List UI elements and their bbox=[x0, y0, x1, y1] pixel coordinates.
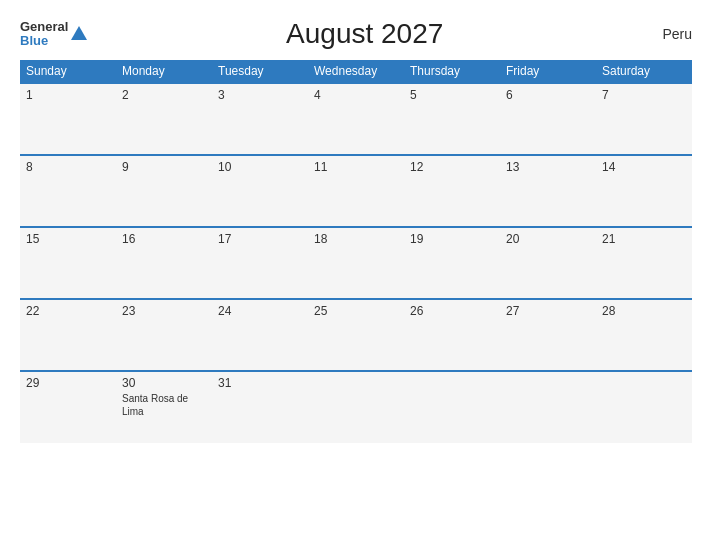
col-friday: Friday bbox=[500, 60, 596, 83]
day-number: 6 bbox=[506, 88, 590, 102]
calendar-cell: 2 bbox=[116, 83, 212, 155]
day-number: 26 bbox=[410, 304, 494, 318]
col-thursday: Thursday bbox=[404, 60, 500, 83]
logo: General Blue bbox=[20, 20, 87, 49]
calendar-cell: 6 bbox=[500, 83, 596, 155]
calendar-cell: 8 bbox=[20, 155, 116, 227]
calendar-cell bbox=[500, 371, 596, 443]
day-number: 18 bbox=[314, 232, 398, 246]
day-number: 2 bbox=[122, 88, 206, 102]
calendar-cell: 23 bbox=[116, 299, 212, 371]
calendar-header: Sunday Monday Tuesday Wednesday Thursday… bbox=[20, 60, 692, 83]
day-number: 19 bbox=[410, 232, 494, 246]
calendar-cell bbox=[596, 371, 692, 443]
logo-blue-text: Blue bbox=[20, 34, 68, 48]
day-number: 21 bbox=[602, 232, 686, 246]
calendar-cell: 9 bbox=[116, 155, 212, 227]
day-number: 9 bbox=[122, 160, 206, 174]
calendar-cell: 10 bbox=[212, 155, 308, 227]
calendar-week-row: 22232425262728 bbox=[20, 299, 692, 371]
calendar-cell: 27 bbox=[500, 299, 596, 371]
calendar-cell: 4 bbox=[308, 83, 404, 155]
day-number: 5 bbox=[410, 88, 494, 102]
day-number: 4 bbox=[314, 88, 398, 102]
calendar-cell: 20 bbox=[500, 227, 596, 299]
day-number: 25 bbox=[314, 304, 398, 318]
calendar-cell: 1 bbox=[20, 83, 116, 155]
calendar-cell: 16 bbox=[116, 227, 212, 299]
calendar-week-row: 2930Santa Rosa de Lima31 bbox=[20, 371, 692, 443]
calendar-cell: 3 bbox=[212, 83, 308, 155]
col-sunday: Sunday bbox=[20, 60, 116, 83]
calendar-body: 1234567891011121314151617181920212223242… bbox=[20, 83, 692, 443]
day-number: 7 bbox=[602, 88, 686, 102]
day-number: 22 bbox=[26, 304, 110, 318]
holiday-label: Santa Rosa de Lima bbox=[122, 392, 206, 418]
calendar-page: General Blue August 2027 Peru Sunday Mon… bbox=[0, 0, 712, 550]
day-number: 1 bbox=[26, 88, 110, 102]
calendar-cell: 28 bbox=[596, 299, 692, 371]
day-number: 12 bbox=[410, 160, 494, 174]
col-monday: Monday bbox=[116, 60, 212, 83]
day-number: 23 bbox=[122, 304, 206, 318]
logo-triangle-icon bbox=[71, 26, 87, 40]
weekday-header-row: Sunday Monday Tuesday Wednesday Thursday… bbox=[20, 60, 692, 83]
day-number: 31 bbox=[218, 376, 302, 390]
calendar-cell: 14 bbox=[596, 155, 692, 227]
calendar-cell: 24 bbox=[212, 299, 308, 371]
country-label: Peru bbox=[642, 26, 692, 42]
calendar-cell: 17 bbox=[212, 227, 308, 299]
calendar-cell: 5 bbox=[404, 83, 500, 155]
day-number: 27 bbox=[506, 304, 590, 318]
day-number: 29 bbox=[26, 376, 110, 390]
day-number: 24 bbox=[218, 304, 302, 318]
day-number: 20 bbox=[506, 232, 590, 246]
day-number: 8 bbox=[26, 160, 110, 174]
calendar-cell: 19 bbox=[404, 227, 500, 299]
calendar-title: August 2027 bbox=[87, 18, 642, 50]
day-number: 16 bbox=[122, 232, 206, 246]
day-number: 14 bbox=[602, 160, 686, 174]
calendar-cell: 12 bbox=[404, 155, 500, 227]
day-number: 11 bbox=[314, 160, 398, 174]
calendar-cell: 11 bbox=[308, 155, 404, 227]
calendar-cell bbox=[308, 371, 404, 443]
calendar-cell: 13 bbox=[500, 155, 596, 227]
day-number: 15 bbox=[26, 232, 110, 246]
day-number: 17 bbox=[218, 232, 302, 246]
calendar-week-row: 891011121314 bbox=[20, 155, 692, 227]
calendar-cell: 29 bbox=[20, 371, 116, 443]
day-number: 3 bbox=[218, 88, 302, 102]
calendar-table: Sunday Monday Tuesday Wednesday Thursday… bbox=[20, 60, 692, 443]
col-saturday: Saturday bbox=[596, 60, 692, 83]
day-number: 13 bbox=[506, 160, 590, 174]
col-wednesday: Wednesday bbox=[308, 60, 404, 83]
calendar-cell: 26 bbox=[404, 299, 500, 371]
calendar-cell: 15 bbox=[20, 227, 116, 299]
calendar-cell: 31 bbox=[212, 371, 308, 443]
calendar-cell: 22 bbox=[20, 299, 116, 371]
calendar-cell: 7 bbox=[596, 83, 692, 155]
day-number: 30 bbox=[122, 376, 206, 390]
calendar-cell: 30Santa Rosa de Lima bbox=[116, 371, 212, 443]
logo-general-text: General bbox=[20, 20, 68, 34]
day-number: 28 bbox=[602, 304, 686, 318]
logo-text: General Blue bbox=[20, 20, 68, 49]
calendar-week-row: 15161718192021 bbox=[20, 227, 692, 299]
calendar-cell bbox=[404, 371, 500, 443]
calendar-week-row: 1234567 bbox=[20, 83, 692, 155]
calendar-cell: 25 bbox=[308, 299, 404, 371]
col-tuesday: Tuesday bbox=[212, 60, 308, 83]
calendar-cell: 18 bbox=[308, 227, 404, 299]
calendar-cell: 21 bbox=[596, 227, 692, 299]
header: General Blue August 2027 Peru bbox=[20, 18, 692, 50]
day-number: 10 bbox=[218, 160, 302, 174]
